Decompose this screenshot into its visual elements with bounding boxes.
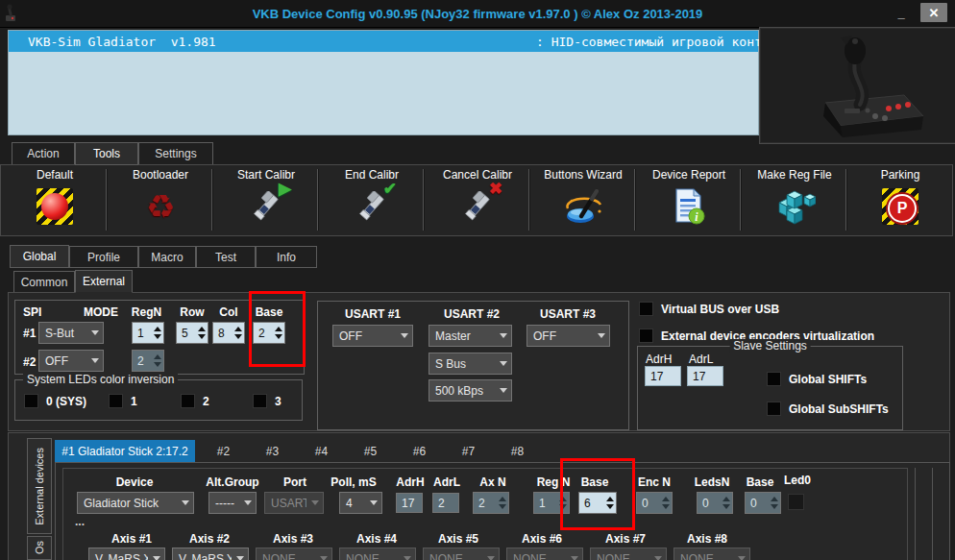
- spinner-arrows[interactable]: [496, 493, 508, 513]
- checkbox-box[interactable]: [639, 329, 653, 343]
- slave-adrh-field[interactable]: 17: [645, 366, 681, 386]
- altgroup-dropdown[interactable]: -----: [208, 492, 257, 514]
- tab-profile[interactable]: Profile: [69, 246, 138, 268]
- device-report-button[interactable]: Device Report i: [638, 168, 740, 233]
- spi1-mode-dropdown[interactable]: S-But: [38, 322, 104, 344]
- bootloader-button[interactable]: Bootloader ♻: [110, 168, 211, 233]
- spinner-arrows[interactable]: [232, 323, 244, 343]
- buttons-wizard-button[interactable]: Buttons Wizard: [532, 168, 634, 233]
- axis2-dropdown[interactable]: V. MaRS Y: [172, 548, 249, 560]
- dropdown-arrow-icon[interactable]: [593, 326, 609, 346]
- spi1-col-spinner[interactable]: 8: [212, 322, 245, 344]
- usart2-speed-dropdown[interactable]: 500 kBps: [429, 379, 512, 402]
- menu-tab-action[interactable]: Action: [12, 142, 75, 165]
- slave-adrl-field[interactable]: 17: [687, 366, 723, 386]
- encn-spinner[interactable]: 0: [636, 492, 673, 514]
- spinner-arrows[interactable]: [151, 323, 163, 343]
- tab-external[interactable]: External: [75, 270, 133, 293]
- tab-common[interactable]: Common: [13, 271, 75, 293]
- minimize-button[interactable]: _: [890, 3, 913, 22]
- poll-dropdown[interactable]: 4: [339, 492, 382, 514]
- spinner-arrows[interactable]: [768, 493, 780, 513]
- spinner-arrows[interactable]: [195, 323, 208, 343]
- dropdown-arrow-icon[interactable]: [148, 548, 164, 560]
- checkbox-box[interactable]: [181, 394, 195, 408]
- checkbox-box[interactable]: [767, 402, 781, 416]
- virtual-bus-checkbox[interactable]: Virtual BUS over USB: [639, 302, 779, 316]
- device-adrl-field[interactable]: 2: [432, 493, 459, 513]
- dropdown-arrow-icon[interactable]: [365, 493, 381, 513]
- tab-info[interactable]: Info: [256, 246, 317, 268]
- spi1-row-spinner[interactable]: 5: [176, 322, 208, 344]
- global-shifts-checkbox[interactable]: Global SHIFTs: [767, 372, 867, 386]
- checkbox-box[interactable]: [767, 372, 781, 386]
- spinner-arrows[interactable]: [151, 351, 163, 371]
- tab-global[interactable]: Global: [10, 245, 69, 268]
- usart1-mode-dropdown[interactable]: OFF: [332, 325, 413, 347]
- checkbox-box[interactable]: [253, 394, 267, 408]
- default-button[interactable]: Default: [4, 168, 106, 233]
- menu-tab-settings[interactable]: Settings: [138, 142, 213, 165]
- checkbox-box[interactable]: [788, 494, 804, 510]
- spinner-arrows[interactable]: [720, 493, 732, 513]
- side-tab-secondary[interactable]: Os: [27, 536, 52, 560]
- base-spinner[interactable]: 6: [578, 492, 617, 514]
- spinner-arrows[interactable]: [556, 493, 569, 513]
- parking-button[interactable]: Parking P: [849, 168, 951, 233]
- base2-spinner[interactable]: 0: [745, 492, 781, 514]
- led-inversion-2-checkbox[interactable]: 2: [181, 394, 209, 408]
- usart2-mode-dropdown[interactable]: Master: [429, 325, 512, 347]
- dropdown-arrow-icon[interactable]: [232, 548, 248, 560]
- ledsn-spinner[interactable]: 0: [697, 492, 733, 514]
- device-tab-5[interactable]: #5: [346, 440, 395, 462]
- close-button[interactable]: ✕: [920, 3, 947, 22]
- end-calibr-button[interactable]: End Calibr ✔: [321, 168, 423, 233]
- led-inversion-3-checkbox[interactable]: 3: [253, 394, 282, 408]
- menu-tab-tools[interactable]: Tools: [75, 142, 138, 165]
- spinner-arrows[interactable]: [603, 493, 616, 513]
- axn-spinner[interactable]: 2: [473, 492, 509, 514]
- usart2-bus-dropdown[interactable]: S Bus: [429, 353, 512, 375]
- dropdown-arrow-icon[interactable]: [86, 323, 103, 343]
- spinner-arrows[interactable]: [272, 323, 284, 343]
- dropdown-arrow-icon[interactable]: [495, 326, 511, 346]
- spi2-mode-dropdown[interactable]: OFF: [38, 350, 104, 372]
- usart3-mode-dropdown[interactable]: OFF: [526, 325, 610, 347]
- device-adrh-field[interactable]: 17: [396, 493, 423, 513]
- checkbox-box[interactable]: [639, 302, 653, 316]
- make-reg-file-button[interactable]: Make Reg File: [744, 168, 845, 233]
- device-tab-1[interactable]: #1 Gladiator Stick 2:17.2: [55, 440, 195, 462]
- regn-spinner[interactable]: 1: [533, 492, 570, 514]
- checkbox-box[interactable]: [24, 394, 38, 408]
- checkbox-box[interactable]: [109, 394, 123, 408]
- device-tab-8[interactable]: #8: [493, 440, 542, 462]
- device-tab-2[interactable]: #2: [199, 440, 248, 462]
- start-calibr-button[interactable]: Start Calibr ▶: [215, 168, 317, 233]
- side-tab-external-devices[interactable]: External devices: [27, 438, 52, 534]
- axis1-dropdown[interactable]: V. MaRS X: [88, 548, 165, 560]
- device-tab-4[interactable]: #4: [297, 440, 346, 462]
- spinner-arrows[interactable]: [659, 493, 672, 513]
- device-list-selected-row[interactable]: VKB-Sim Gladiator v1.981 : HID-совместим…: [9, 31, 758, 52]
- spi2-regn-spinner[interactable]: 2: [132, 350, 164, 372]
- tab-test[interactable]: Test: [196, 246, 256, 268]
- device-dropdown[interactable]: Gladiator Stick: [77, 492, 194, 514]
- dropdown-arrow-icon[interactable]: [86, 351, 103, 371]
- global-subshifts-checkbox[interactable]: Global SubSHIFTs: [767, 402, 889, 416]
- dropdown-arrow-icon[interactable]: [239, 493, 256, 513]
- led0-checkbox[interactable]: [788, 494, 804, 510]
- tab-macro[interactable]: Macro: [138, 246, 196, 268]
- led-inversion-0-checkbox[interactable]: 0 (SYS): [24, 394, 86, 408]
- cancel-calibr-button[interactable]: Cancel Calibr ✖: [427, 168, 528, 233]
- dropdown-arrow-icon[interactable]: [396, 326, 412, 346]
- device-tab-6[interactable]: #6: [395, 440, 444, 462]
- dropdown-arrow-icon[interactable]: [495, 380, 511, 401]
- spi1-regn-spinner[interactable]: 1: [132, 322, 164, 344]
- dropdown-arrow-icon[interactable]: [495, 353, 511, 374]
- spi1-base-spinner[interactable]: 2: [253, 322, 285, 344]
- led-inversion-1-checkbox[interactable]: 1: [109, 394, 137, 408]
- device-tab-3[interactable]: #3: [248, 440, 297, 462]
- device-tab-7[interactable]: #7: [444, 440, 493, 462]
- dropdown-arrow-icon[interactable]: [177, 493, 193, 513]
- device-list[interactable]: VKB-Sim Gladiator v1.981 : HID-совместим…: [8, 30, 759, 135]
